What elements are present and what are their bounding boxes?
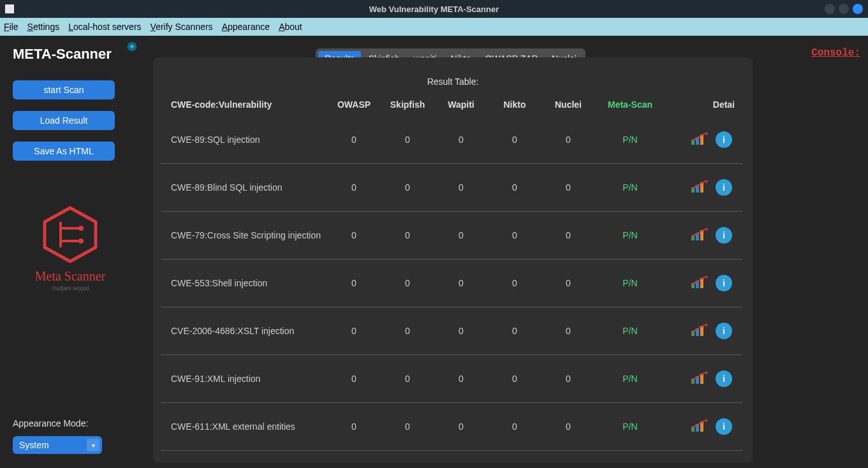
app-icon bbox=[5, 4, 14, 13]
col-wapiti: Wapiti bbox=[434, 99, 488, 110]
cell-nikto: 0 bbox=[488, 278, 541, 288]
col-nikto: Nikto bbox=[488, 99, 541, 110]
cell-nikto: 0 bbox=[488, 374, 541, 384]
cell-skipfish: 0 bbox=[381, 421, 434, 432]
appearance-mode-dropdown[interactable]: System ▾ bbox=[13, 436, 102, 454]
minimize-button[interactable] bbox=[825, 4, 835, 14]
right-panel: Console: bbox=[753, 36, 868, 468]
load-result-button[interactable]: Load Result bbox=[13, 111, 115, 130]
cell-wapiti: 0 bbox=[434, 230, 488, 240]
menu-appearance[interactable]: Appearance bbox=[222, 22, 270, 32]
cell-skipfish: 0 bbox=[381, 135, 434, 145]
menu-file[interactable]: File bbox=[4, 22, 18, 32]
console-link[interactable]: Console: bbox=[811, 47, 860, 59]
cell-nuclei: 0 bbox=[541, 278, 595, 288]
logo: Meta Scanner Oudjani seyyid bbox=[13, 203, 128, 291]
col-metascan: Meta-Scan bbox=[595, 99, 665, 110]
table-row: CWE-553:Shell injection00000P/N i bbox=[161, 260, 742, 307]
close-button[interactable] bbox=[853, 4, 863, 14]
chart-icon[interactable] bbox=[690, 132, 708, 148]
cell-owasp: 0 bbox=[327, 374, 381, 384]
svg-marker-29 bbox=[705, 371, 708, 375]
col-vulnerability: CWE-code:Vulnerability bbox=[171, 99, 327, 110]
chart-icon[interactable] bbox=[690, 323, 708, 339]
window-buttons bbox=[825, 4, 863, 14]
menu-about[interactable]: About bbox=[279, 22, 302, 32]
cell-skipfish: 0 bbox=[381, 326, 434, 336]
chart-icon[interactable] bbox=[690, 228, 708, 244]
appearance-mode-block: Appearance Mode: System ▾ bbox=[13, 418, 128, 458]
col-owasp: OWASP bbox=[327, 99, 381, 110]
cell-wapiti: 0 bbox=[434, 421, 488, 432]
cell-vulnerability: CWE-89:SQL injection bbox=[171, 135, 327, 145]
cell-nuclei: 0 bbox=[541, 374, 595, 384]
cell-nikto: 0 bbox=[488, 182, 541, 193]
info-button[interactable]: i bbox=[716, 323, 732, 339]
cell-wapiti: 0 bbox=[434, 182, 488, 193]
cell-owasp: 0 bbox=[327, 421, 381, 432]
cell-wapiti: 0 bbox=[434, 326, 488, 336]
cell-nikto: 0 bbox=[488, 326, 541, 336]
info-button[interactable]: i bbox=[716, 370, 732, 387]
start-scan-button[interactable]: start Scan bbox=[13, 80, 115, 99]
cell-metascan: P/N bbox=[595, 421, 665, 432]
chart-icon[interactable] bbox=[690, 180, 708, 196]
col-detail: Detai bbox=[665, 99, 735, 110]
cell-wapiti: 0 bbox=[434, 278, 488, 288]
svg-marker-0 bbox=[45, 208, 96, 261]
menu-verify[interactable]: Verify Scanners bbox=[151, 22, 213, 32]
table-row: CWE-89:SQL injection00000P/N i bbox=[161, 116, 742, 164]
cell-nuclei: 0 bbox=[541, 326, 595, 336]
cell-skipfish: 0 bbox=[381, 278, 434, 288]
cell-vulnerability: CVE-2006-4686:XSLT injection bbox=[171, 326, 327, 336]
cell-owasp: 0 bbox=[327, 326, 381, 336]
maximize-button[interactable] bbox=[839, 4, 849, 14]
info-button[interactable]: i bbox=[716, 418, 732, 435]
svg-marker-9 bbox=[705, 132, 708, 136]
logo-icon bbox=[35, 203, 105, 267]
info-button[interactable]: i bbox=[716, 275, 732, 291]
table-header: CWE-code:Vulnerability OWASP Skipfish Wa… bbox=[161, 93, 745, 116]
cell-skipfish: 0 bbox=[381, 374, 434, 384]
menu-localhost[interactable]: Local-host servers bbox=[68, 22, 141, 32]
table-row: CWE-91:XML injection00000P/N i bbox=[161, 355, 742, 403]
svg-marker-25 bbox=[705, 323, 708, 327]
cell-vulnerability: CWE-89:Blind SQL injection bbox=[171, 182, 327, 193]
svg-point-4 bbox=[78, 226, 84, 231]
sidebar: META-Scanner start Scan Load Result Save… bbox=[0, 36, 140, 468]
info-button[interactable]: i bbox=[716, 131, 732, 148]
svg-marker-21 bbox=[705, 275, 708, 279]
info-button[interactable]: i bbox=[716, 179, 732, 196]
cell-owasp: 0 bbox=[327, 182, 381, 193]
svg-marker-17 bbox=[705, 228, 708, 231]
svg-marker-13 bbox=[705, 180, 708, 184]
save-as-html-button[interactable]: Save As HTML bbox=[13, 142, 115, 161]
table-row: CWE-89:Blind SQL injection00000P/N i bbox=[161, 164, 742, 212]
window-title: Web Vulnerability META-Scanner bbox=[369, 4, 499, 14]
svg-marker-33 bbox=[705, 419, 708, 423]
chart-icon[interactable] bbox=[690, 275, 708, 291]
cell-vulnerability: CWE-611:XML external entities bbox=[171, 421, 327, 432]
cell-nikto: 0 bbox=[488, 421, 541, 432]
appearance-mode-label: Appearance Mode: bbox=[13, 418, 128, 428]
cell-metascan: P/N bbox=[595, 230, 665, 240]
main-panel: ResultsSkipfishwapitiNiktoOWASP ZAPNucle… bbox=[140, 36, 753, 468]
table-row: CVE-2006-4686:XSLT injection00000P/N i bbox=[161, 307, 742, 355]
chart-icon[interactable] bbox=[690, 419, 708, 435]
cell-metascan: P/N bbox=[595, 326, 665, 336]
cell-nuclei: 0 bbox=[541, 135, 595, 145]
cell-owasp: 0 bbox=[327, 230, 381, 240]
menu-settings[interactable]: Settings bbox=[27, 22, 60, 32]
result-panel-title: Result Table: bbox=[161, 77, 745, 87]
content-area: META-Scanner start Scan Load Result Save… bbox=[0, 36, 868, 468]
cell-nikto: 0 bbox=[488, 135, 541, 145]
table-body[interactable]: CWE-89:SQL injection00000P/N iCWE-89:Bli… bbox=[161, 116, 745, 458]
cell-metascan: P/N bbox=[595, 374, 665, 384]
table-row: CWE-79:Cross Site Scripting injection000… bbox=[161, 212, 742, 260]
cell-owasp: 0 bbox=[327, 278, 381, 288]
info-button[interactable]: i bbox=[716, 227, 732, 244]
chart-icon[interactable] bbox=[690, 371, 708, 387]
cell-vulnerability: CWE-91:XML injection bbox=[171, 374, 327, 384]
logo-author: Oudjani seyyid bbox=[51, 285, 89, 291]
cell-vulnerability: CWE-553:Shell injection bbox=[171, 278, 327, 288]
